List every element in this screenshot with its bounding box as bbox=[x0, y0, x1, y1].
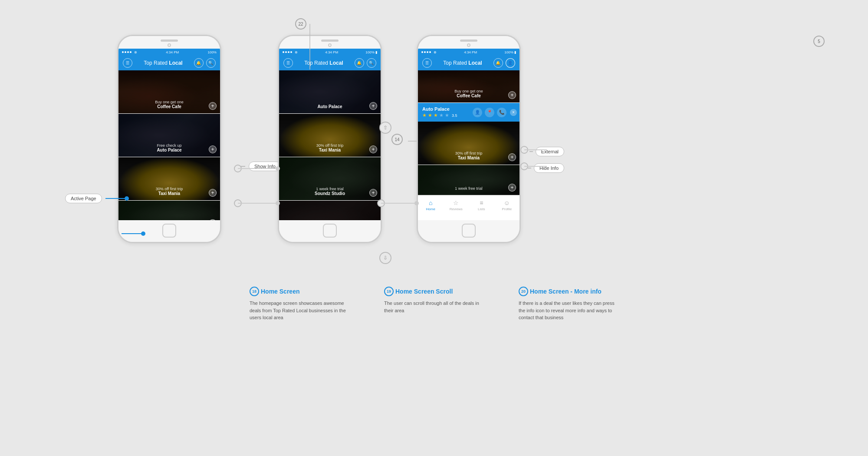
header-icons-2: 🔔 🔍 bbox=[355, 58, 376, 68]
phone-1-speaker bbox=[161, 40, 178, 42]
deal-card-marketing: Free website mockup Marketing 360 + bbox=[279, 201, 381, 220]
desc-title-19: 19 Home Screen Scroll bbox=[384, 287, 484, 296]
phone-1-app-header: ☰ Top Rated Local 🔔 🔍 bbox=[118, 56, 220, 70]
descriptions-section: 18 Home Screen The homepage screen showc… bbox=[0, 287, 868, 321]
phone-3-bottom-nav: ⌂ Home ☆ Reviews ≡ Lists ☺ Profile bbox=[418, 195, 519, 215]
external-pill: External bbox=[536, 147, 564, 156]
header-icons-1: 🔔 🔍 bbox=[194, 58, 216, 68]
phone-2-bottom-bar bbox=[279, 220, 381, 242]
deal-business-2: Auto Palace bbox=[157, 148, 181, 152]
hide-info-pill: Hide Info bbox=[534, 163, 564, 173]
deal-plus-10[interactable]: + bbox=[508, 153, 516, 161]
deal-card-coffee-3: Buy one get one Coffee Cafe + bbox=[418, 70, 519, 103]
deal-card-taxi: 30% off first trip Taxi Mania + bbox=[118, 157, 220, 201]
phone-3-app-header: ☰ Top Rated Local 🔔 👤 bbox=[418, 56, 519, 70]
desc-title-18: 18 Home Screen bbox=[250, 287, 349, 296]
deal-offer-soundz: 1 week free trial bbox=[315, 187, 345, 191]
phone-3-speaker bbox=[460, 40, 477, 42]
desc-text-19: The user can scroll through all of the d… bbox=[384, 300, 484, 314]
location-action-icon[interactable]: 📍 bbox=[485, 108, 494, 117]
badge-5: 5 bbox=[813, 36, 825, 47]
deal-business-taxi-p: Taxi Mania bbox=[316, 148, 343, 152]
phone-1-wrapper: ⊗ 4:34 PM 100% ☰ Top Rated Local 🔔 🔍 bbox=[117, 35, 221, 243]
deal-card-trial-3: 1 week free trial + bbox=[418, 165, 519, 195]
profile-badge-icon[interactable]: 👤 bbox=[506, 58, 515, 68]
phone-2-home-btn[interactable] bbox=[323, 224, 337, 238]
deal-card-soundz: 1 week free trial Soundz Studio + bbox=[279, 157, 381, 201]
deal-plus-1[interactable]: + bbox=[209, 102, 217, 110]
phone-3-status-bar: ⊗ 4:34 PM 100% ▮ bbox=[418, 49, 519, 56]
deal-business-auto-p: Auto Palace bbox=[317, 104, 342, 109]
profile-action-icon[interactable]: 👤 bbox=[473, 108, 482, 117]
phone-3-screen: ⊗ 4:34 PM 100% ▮ ☰ Top Rated Local 🔔 👤 bbox=[418, 49, 519, 220]
deal-card-auto-p: Auto Palace + bbox=[279, 70, 381, 114]
desc-block-18: 18 Home Screen The homepage screen showc… bbox=[250, 287, 349, 321]
info-action-icons: 👤 📍 📞 bbox=[473, 108, 506, 117]
phone-3-wrapper: ⊗ 4:34 PM 100% ▮ ☰ Top Rated Local 🔔 👤 bbox=[417, 35, 521, 243]
status-time-3: 4:34 PM bbox=[464, 50, 477, 54]
deal-card-taxi-3: 30% off first trip Taxi Mania + bbox=[418, 122, 519, 165]
show-info-annotation: Show Info bbox=[241, 162, 281, 171]
deal-plus-11[interactable]: + bbox=[508, 184, 516, 192]
svg-point-3 bbox=[234, 200, 241, 207]
menu-icon-1[interactable]: ☰ bbox=[123, 58, 132, 68]
phone-3-camera bbox=[467, 43, 470, 47]
info-close-btn[interactable]: × bbox=[510, 109, 517, 116]
badge-14: 14 bbox=[391, 134, 403, 145]
phone-1-bottom-bar bbox=[118, 220, 220, 242]
deal-card-coffee: Buy one get one Coffee Cafe + bbox=[118, 70, 220, 114]
active-page-annotation: Active Page bbox=[65, 194, 127, 203]
desc-num-18: 18 bbox=[250, 287, 259, 296]
status-time-1: 4:34 PM bbox=[166, 50, 179, 54]
phone-2-screen: ⊗ 4:34 PM 100% ▮ ☰ Top Rated Local 🔔 🔍 bbox=[279, 49, 381, 220]
phone-3-home-btn[interactable] bbox=[462, 224, 476, 238]
desc-num-20: 20 bbox=[519, 287, 528, 296]
nav-lists-3[interactable]: ≡ Lists bbox=[469, 196, 494, 215]
scroll-down-arrow[interactable]: ⇩ bbox=[379, 252, 391, 264]
deal-plus-3[interactable]: + bbox=[209, 189, 217, 197]
desc-block-20: 20 Home Screen - More info If there is a… bbox=[519, 287, 618, 321]
info-panel: Auto Palace ★ ★ ★ ★ ★ 3.5 👤 📍 bbox=[418, 103, 519, 122]
badge-22: 22 bbox=[295, 18, 306, 30]
phone-1-home-btn[interactable] bbox=[162, 224, 176, 238]
deal-plus-2[interactable]: + bbox=[209, 145, 217, 153]
notification-icon-1[interactable]: 🔔 bbox=[194, 58, 204, 68]
nav-home-3[interactable]: ⌂ Home bbox=[418, 196, 444, 215]
menu-icon-3[interactable]: ☰ bbox=[422, 58, 432, 68]
phone-2-speaker bbox=[321, 40, 339, 42]
nav-reviews-3[interactable]: ☆ Reviews bbox=[444, 196, 469, 215]
search-icon-1[interactable]: 🔍 bbox=[206, 58, 216, 68]
search-icon-2[interactable]: 🔍 bbox=[367, 58, 376, 68]
phone-action-icon[interactable]: 📞 bbox=[497, 108, 506, 117]
desc-block-19: 19 Home Screen Scroll The user can scrol… bbox=[384, 287, 484, 321]
nav-profile-3[interactable]: ☺ Profile bbox=[494, 196, 520, 215]
phone-2-top bbox=[279, 36, 381, 49]
phone-2-wrapper: ⇧ ⇩ ⊗ 4:34 PM 100% ▮ bbox=[278, 35, 382, 243]
status-time-2: 4:34 PM bbox=[325, 50, 338, 54]
phone-3-top bbox=[418, 36, 519, 49]
desc-text-20: If there is a deal the user likes they c… bbox=[519, 300, 618, 321]
notification-icon-2[interactable]: 🔔 bbox=[355, 58, 364, 68]
deal-business-soundz: Soundz Studio bbox=[315, 191, 345, 196]
scroll-up-arrow[interactable]: ⇧ bbox=[379, 122, 391, 134]
hide-info-annotation: Hide Info bbox=[528, 163, 564, 173]
phone-1-status-bar: ⊗ 4:34 PM 100% bbox=[118, 49, 220, 56]
desc-title-20: 20 Home Screen - More info bbox=[519, 287, 618, 296]
active-page-pill: Active Page bbox=[65, 194, 102, 203]
menu-icon-2[interactable]: ☰ bbox=[283, 58, 293, 68]
deal-plus-7[interactable]: + bbox=[369, 189, 377, 197]
deal-card-auto: Free check up Auto Palace + bbox=[118, 114, 220, 157]
deal-offer-1: Buy one get one bbox=[155, 100, 184, 104]
phone-1-frame: ⊗ 4:34 PM 100% ☰ Top Rated Local 🔔 🔍 bbox=[117, 35, 221, 243]
deal-plus-6[interactable]: + bbox=[369, 145, 377, 153]
deal-plus-9[interactable]: + bbox=[508, 91, 516, 99]
deal-business-3: Taxi Mania bbox=[156, 191, 183, 196]
phone-2-app-header: ☰ Top Rated Local 🔔 🔍 bbox=[279, 56, 381, 70]
deal-business-1: Coffee Cafe bbox=[155, 104, 184, 109]
notification-icon-3[interactable]: 🔔 bbox=[493, 58, 503, 68]
phone-3-frame: ⊗ 4:34 PM 100% ▮ ☰ Top Rated Local 🔔 👤 bbox=[417, 35, 521, 243]
deal-card-trial: 1 week free trial + bbox=[118, 201, 220, 220]
deal-plus-5[interactable]: + bbox=[369, 102, 377, 110]
external-annotation: External bbox=[529, 147, 564, 156]
phone-2-camera bbox=[328, 43, 332, 47]
